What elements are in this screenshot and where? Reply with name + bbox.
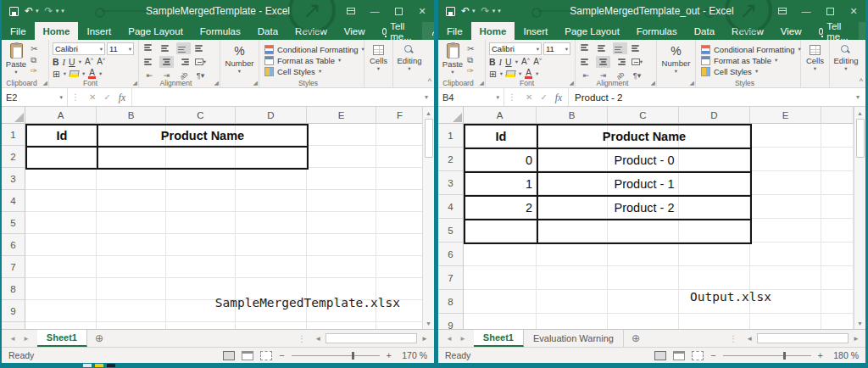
insert-function-icon[interactable]: fx [119, 92, 125, 103]
maximize-icon[interactable] [818, 0, 842, 22]
paste-button[interactable]: Paste ▾ [440, 42, 465, 78]
cell[interactable] [376, 168, 422, 190]
cell[interactable] [821, 314, 854, 329]
cell[interactable] [464, 243, 537, 266]
cell[interactable] [821, 243, 854, 266]
save-icon[interactable] [9, 7, 19, 16]
row-header[interactable]: 6 [2, 234, 25, 256]
column-header[interactable]: E [307, 107, 376, 124]
cell[interactable] [750, 124, 821, 148]
cell[interactable] [97, 190, 166, 212]
sheet-tab-sheet1[interactable]: Sheet1 [37, 330, 87, 347]
cells-group[interactable]: Cells ▾ [364, 40, 393, 87]
cell[interactable] [25, 234, 97, 256]
zoom-slider-thumb[interactable] [352, 352, 354, 360]
font-dialog-launcher-icon[interactable]: ◢ [570, 80, 574, 86]
align-bottom-icon[interactable] [613, 42, 627, 54]
tab-formulas[interactable]: Formulas [628, 22, 686, 40]
page-break-view-icon[interactable] [692, 351, 704, 360]
row-header[interactable]: 8 [2, 278, 25, 300]
product-name-cell[interactable]: Product - 0 [537, 148, 751, 172]
row-header[interactable]: 7 [438, 266, 464, 290]
cancel-entry-icon[interactable]: ✕ [89, 92, 96, 102]
product-name-cell[interactable] [537, 220, 751, 243]
tab-formulas[interactable]: Formulas [192, 22, 249, 40]
cell[interactable] [307, 124, 376, 146]
cell[interactable] [236, 256, 307, 278]
cell[interactable] [166, 168, 236, 190]
align-top-icon[interactable] [142, 42, 157, 54]
name-box-dropdown-icon[interactable]: ▾ [496, 94, 499, 101]
zoom-slider[interactable] [723, 355, 811, 356]
row-header[interactable]: 1 [438, 124, 464, 148]
product-name-cell[interactable] [97, 147, 308, 169]
cell[interactable] [97, 322, 166, 329]
bold-button[interactable]: B [489, 57, 496, 67]
cell[interactable] [236, 234, 307, 256]
cell[interactable] [750, 243, 821, 266]
cell[interactable] [679, 314, 750, 329]
column-header[interactable]: F [376, 107, 422, 124]
merge-center-icon[interactable]: ▾ [630, 56, 644, 68]
cell[interactable] [608, 266, 679, 290]
cell[interactable] [608, 290, 679, 314]
cell[interactable] [307, 168, 376, 190]
tab-insert[interactable]: Insert [515, 22, 556, 40]
borders-button[interactable]: ⊞ [53, 69, 60, 79]
cell[interactable] [821, 290, 854, 314]
column-header[interactable]: D [679, 107, 750, 124]
format-as-table-button[interactable]: Format as Table▾ [264, 55, 364, 65]
sheet-tab-sheet1[interactable]: Sheet1 [474, 330, 524, 347]
id-cell[interactable] [26, 147, 97, 169]
cell[interactable] [236, 212, 307, 234]
cell[interactable] [236, 322, 307, 329]
product-name-cell[interactable]: Product - 1 [537, 172, 751, 196]
column-header[interactable]: B [537, 107, 608, 124]
scroll-down-icon[interactable]: ▼ [423, 317, 434, 329]
cell[interactable] [821, 124, 854, 148]
underline-dropdown-icon[interactable]: ▾ [515, 59, 518, 65]
customize-qat-icon[interactable]: ▾ [61, 8, 64, 14]
maximize-icon[interactable] [387, 0, 410, 22]
cell[interactable] [25, 300, 97, 322]
italic-button[interactable]: I [63, 58, 66, 67]
cells-group[interactable]: Cells ▾ [801, 40, 830, 87]
cancel-entry-icon[interactable]: ✕ [526, 92, 532, 102]
zoom-slider-thumb[interactable] [783, 352, 786, 360]
cell[interactable] [376, 146, 422, 168]
normal-view-icon[interactable] [223, 351, 235, 360]
tab-data[interactable]: Data [686, 22, 723, 40]
vertical-scroll-thumb[interactable] [425, 119, 433, 158]
align-left-icon[interactable] [142, 56, 157, 68]
cell[interactable] [679, 243, 750, 266]
prev-sheet-icon[interactable]: ◄ [9, 335, 16, 343]
taskbar-icon[interactable] [107, 364, 115, 367]
tell-me-box[interactable]: Tell me... [810, 22, 860, 40]
number-group[interactable]: % Number ▾ ◢ [657, 40, 696, 87]
row-header[interactable]: 4 [438, 195, 464, 219]
row-header[interactable]: 2 [438, 148, 464, 171]
bold-button[interactable]: B [53, 57, 59, 67]
tab-insert[interactable]: Insert [78, 22, 120, 40]
row-header[interactable]: 9 [438, 314, 464, 329]
undo-button[interactable]: ↶ [461, 6, 470, 16]
number-dialog-launcher-icon[interactable]: ◢ [253, 80, 258, 86]
cell[interactable] [750, 195, 821, 219]
sheet-tab-evaluation-warning[interactable]: Evaluation Warning [524, 330, 624, 347]
cell[interactable] [236, 190, 307, 212]
vertical-scrollbar[interactable]: ▲ ▼ [854, 107, 865, 329]
fill-color-button[interactable] [70, 70, 80, 77]
id-cell[interactable]: 0 [465, 148, 537, 172]
cell[interactable] [25, 190, 97, 212]
cell[interactable] [166, 212, 236, 234]
share-button[interactable]: Share [859, 22, 865, 40]
cell[interactable] [376, 124, 422, 146]
row-header[interactable]: 9 [2, 300, 25, 322]
cell[interactable] [25, 168, 97, 190]
cell[interactable] [464, 266, 537, 290]
align-top-icon[interactable] [579, 42, 593, 54]
cell[interactable] [376, 322, 422, 329]
scroll-right-icon[interactable]: ► [850, 335, 862, 343]
tab-file[interactable]: File [438, 22, 471, 40]
row-header[interactable]: 2 [2, 146, 25, 168]
